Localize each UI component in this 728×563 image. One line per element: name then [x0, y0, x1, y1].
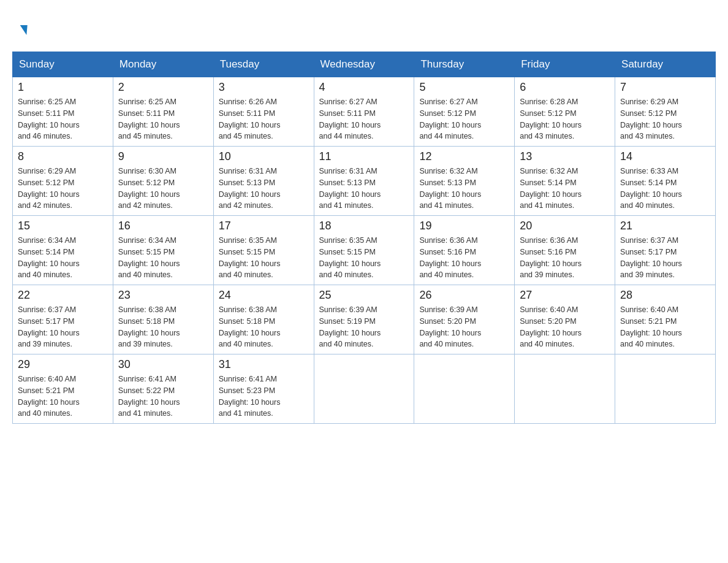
day-number: 30 [118, 358, 208, 371]
day-number: 13 [520, 150, 610, 163]
week-row-4: 22 Sunrise: 6:37 AMSunset: 5:17 PMDaylig… [13, 285, 716, 354]
day-info: Sunrise: 6:40 AMSunset: 5:21 PMDaylight:… [620, 304, 710, 350]
day-info: Sunrise: 6:36 AMSunset: 5:16 PMDaylight:… [419, 235, 509, 281]
day-number: 27 [520, 289, 610, 302]
calendar-cell: 14 Sunrise: 6:33 AMSunset: 5:14 PMDaylig… [615, 147, 716, 216]
week-row-3: 15 Sunrise: 6:34 AMSunset: 5:14 PMDaylig… [13, 216, 716, 285]
header-thursday: Thursday [414, 52, 515, 77]
day-number: 12 [419, 150, 509, 163]
calendar-cell: 20 Sunrise: 6:36 AMSunset: 5:16 PMDaylig… [515, 216, 615, 285]
calendar-cell: 18 Sunrise: 6:35 AMSunset: 5:15 PMDaylig… [314, 216, 414, 285]
day-number: 17 [219, 220, 309, 232]
day-info: Sunrise: 6:29 AMSunset: 5:12 PMDaylight:… [620, 96, 710, 142]
day-number: 2 [118, 81, 208, 94]
day-number: 7 [620, 81, 710, 94]
calendar-cell: 4 Sunrise: 6:27 AMSunset: 5:11 PMDayligh… [314, 77, 414, 147]
calendar-cell: 15 Sunrise: 6:34 AMSunset: 5:14 PMDaylig… [13, 216, 113, 285]
day-info: Sunrise: 6:38 AMSunset: 5:18 PMDaylight:… [219, 304, 309, 350]
calendar-cell: 31 Sunrise: 6:41 AMSunset: 5:23 PMDaylig… [213, 354, 314, 424]
day-number: 14 [620, 150, 710, 163]
day-number: 9 [118, 150, 208, 163]
day-info: Sunrise: 6:31 AMSunset: 5:13 PMDaylight:… [219, 166, 309, 212]
day-info: Sunrise: 6:37 AMSunset: 5:17 PMDaylight:… [620, 235, 710, 281]
calendar-cell: 29 Sunrise: 6:40 AMSunset: 5:21 PMDaylig… [13, 354, 113, 424]
calendar-cell: 5 Sunrise: 6:27 AMSunset: 5:12 PMDayligh… [414, 77, 515, 147]
calendar-cell: 19 Sunrise: 6:36 AMSunset: 5:16 PMDaylig… [414, 216, 515, 285]
calendar-cell: 26 Sunrise: 6:39 AMSunset: 5:20 PMDaylig… [414, 285, 515, 354]
day-number: 28 [620, 289, 710, 302]
day-info: Sunrise: 6:40 AMSunset: 5:21 PMDaylight:… [18, 373, 108, 419]
day-info: Sunrise: 6:41 AMSunset: 5:23 PMDaylight:… [219, 373, 309, 419]
calendar-cell: 1 Sunrise: 6:25 AMSunset: 5:11 PMDayligh… [13, 77, 113, 147]
day-number: 19 [419, 220, 509, 232]
day-info: Sunrise: 6:37 AMSunset: 5:17 PMDaylight:… [18, 304, 108, 350]
header-monday: Monday [113, 52, 213, 77]
week-row-5: 29 Sunrise: 6:40 AMSunset: 5:21 PMDaylig… [13, 354, 716, 424]
logo-general [18, 18, 27, 39]
day-info: Sunrise: 6:29 AMSunset: 5:12 PMDaylight:… [18, 166, 108, 212]
day-info: Sunrise: 6:27 AMSunset: 5:12 PMDaylight:… [419, 96, 509, 142]
day-info: Sunrise: 6:34 AMSunset: 5:15 PMDaylight:… [118, 235, 208, 281]
day-info: Sunrise: 6:38 AMSunset: 5:18 PMDaylight:… [118, 304, 208, 350]
day-info: Sunrise: 6:25 AMSunset: 5:11 PMDaylight:… [118, 96, 208, 142]
day-number: 25 [319, 289, 409, 302]
calendar-cell: 23 Sunrise: 6:38 AMSunset: 5:18 PMDaylig… [113, 285, 213, 354]
day-info: Sunrise: 6:35 AMSunset: 5:15 PMDaylight:… [319, 235, 409, 281]
day-info: Sunrise: 6:25 AMSunset: 5:11 PMDaylight:… [18, 96, 108, 142]
day-number: 10 [219, 150, 309, 163]
calendar-cell: 16 Sunrise: 6:34 AMSunset: 5:15 PMDaylig… [113, 216, 213, 285]
day-number: 21 [620, 220, 710, 232]
day-info: Sunrise: 6:36 AMSunset: 5:16 PMDaylight:… [520, 235, 610, 281]
day-info: Sunrise: 6:35 AMSunset: 5:15 PMDaylight:… [219, 235, 309, 281]
logo [18, 18, 27, 39]
day-number: 5 [419, 81, 509, 94]
calendar-table: SundayMondayTuesdayWednesdayThursdayFrid… [12, 52, 716, 424]
day-info: Sunrise: 6:32 AMSunset: 5:13 PMDaylight:… [419, 166, 509, 212]
header-wednesday: Wednesday [314, 52, 414, 77]
day-info: Sunrise: 6:32 AMSunset: 5:14 PMDaylight:… [520, 166, 610, 212]
day-number: 22 [18, 289, 108, 302]
calendar-cell: 2 Sunrise: 6:25 AMSunset: 5:11 PMDayligh… [113, 77, 213, 147]
calendar-cell: 24 Sunrise: 6:38 AMSunset: 5:18 PMDaylig… [213, 285, 314, 354]
header-sunday: Sunday [13, 52, 113, 77]
calendar-cell: 7 Sunrise: 6:29 AMSunset: 5:12 PMDayligh… [615, 77, 716, 147]
header-saturday: Saturday [615, 52, 716, 77]
calendar-cell: 17 Sunrise: 6:35 AMSunset: 5:15 PMDaylig… [213, 216, 314, 285]
day-number: 16 [118, 220, 208, 232]
week-row-1: 1 Sunrise: 6:25 AMSunset: 5:11 PMDayligh… [13, 77, 716, 147]
day-number: 20 [520, 220, 610, 232]
calendar-cell [314, 354, 414, 424]
day-number: 29 [18, 358, 108, 371]
day-info: Sunrise: 6:39 AMSunset: 5:19 PMDaylight:… [319, 304, 409, 350]
day-number: 6 [520, 81, 610, 94]
calendar-cell: 22 Sunrise: 6:37 AMSunset: 5:17 PMDaylig… [13, 285, 113, 354]
day-info: Sunrise: 6:26 AMSunset: 5:11 PMDaylight:… [219, 96, 309, 142]
day-info: Sunrise: 6:39 AMSunset: 5:20 PMDaylight:… [419, 304, 509, 350]
day-number: 3 [219, 81, 309, 94]
day-info: Sunrise: 6:41 AMSunset: 5:22 PMDaylight:… [118, 373, 208, 419]
day-info: Sunrise: 6:33 AMSunset: 5:14 PMDaylight:… [620, 166, 710, 212]
day-info: Sunrise: 6:34 AMSunset: 5:14 PMDaylight:… [18, 235, 108, 281]
calendar-cell: 13 Sunrise: 6:32 AMSunset: 5:14 PMDaylig… [515, 147, 615, 216]
calendar-cell: 21 Sunrise: 6:37 AMSunset: 5:17 PMDaylig… [615, 216, 716, 285]
week-row-2: 8 Sunrise: 6:29 AMSunset: 5:12 PMDayligh… [13, 147, 716, 216]
calendar-cell: 30 Sunrise: 6:41 AMSunset: 5:22 PMDaylig… [113, 354, 213, 424]
calendar-cell: 28 Sunrise: 6:40 AMSunset: 5:21 PMDaylig… [615, 285, 716, 354]
calendar-header-row: SundayMondayTuesdayWednesdayThursdayFrid… [13, 52, 716, 77]
day-info: Sunrise: 6:31 AMSunset: 5:13 PMDaylight:… [319, 166, 409, 212]
calendar-cell: 9 Sunrise: 6:30 AMSunset: 5:12 PMDayligh… [113, 147, 213, 216]
calendar-cell [615, 354, 716, 424]
day-number: 31 [219, 358, 309, 371]
calendar-cell [414, 354, 515, 424]
calendar-cell: 3 Sunrise: 6:26 AMSunset: 5:11 PMDayligh… [213, 77, 314, 147]
day-number: 11 [319, 150, 409, 163]
calendar-cell: 8 Sunrise: 6:29 AMSunset: 5:12 PMDayligh… [13, 147, 113, 216]
day-number: 26 [419, 289, 509, 302]
day-info: Sunrise: 6:27 AMSunset: 5:11 PMDaylight:… [319, 96, 409, 142]
day-number: 8 [18, 150, 108, 163]
header-friday: Friday [515, 52, 615, 77]
day-number: 15 [18, 220, 108, 232]
calendar-cell: 10 Sunrise: 6:31 AMSunset: 5:13 PMDaylig… [213, 147, 314, 216]
day-number: 1 [18, 81, 108, 94]
day-number: 4 [319, 81, 409, 94]
